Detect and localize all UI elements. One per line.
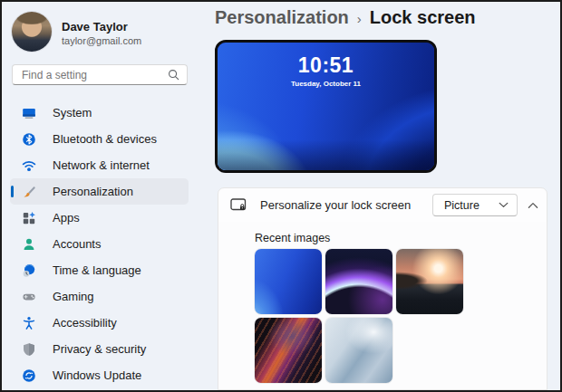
- personalize-lock-screen-card[interactable]: Personalize your lock screen Picture: [218, 187, 547, 223]
- collapse-expander-button[interactable]: [528, 202, 538, 209]
- personalization-icon: [22, 185, 36, 199]
- sidebar-item-label: Bluetooth & devices: [53, 132, 157, 146]
- recent-image-thumbnail[interactable]: [255, 318, 322, 383]
- network-icon: [22, 158, 36, 173]
- sidebar-item-label: Time & language: [53, 263, 141, 277]
- lock-screen-preview: 10:51 Tuesday, October 11: [215, 40, 437, 173]
- system-icon: [22, 106, 36, 120]
- sidebar-nav: System Bluetooth & devices Network & int…: [10, 100, 189, 388]
- search-input[interactable]: [22, 69, 168, 81]
- breadcrumb-parent[interactable]: Personalization: [215, 7, 349, 28]
- time-language-icon: [22, 263, 36, 278]
- settings-window: Dave Taylor taylor@gmail.com System Blue…: [0, 0, 562, 392]
- sidebar-item-personalization[interactable]: Personalization: [10, 178, 189, 205]
- sidebar-item-label: Network & internet: [53, 158, 150, 172]
- recent-image-thumbnail[interactable]: [396, 249, 463, 314]
- bluetooth-icon: [22, 132, 36, 147]
- sidebar-item-privacy-security[interactable]: Privacy & security: [10, 336, 189, 362]
- breadcrumb: Personalization › Lock screen: [215, 7, 476, 28]
- sidebar-item-label: Apps: [53, 211, 80, 225]
- lock-screen-icon: [230, 197, 247, 213]
- sidebar-item-label: Accounts: [53, 237, 101, 251]
- preview-clock-date: Tuesday, October 11: [218, 80, 434, 88]
- recent-images-title: Recent images: [255, 232, 330, 244]
- search-icon: [168, 69, 179, 81]
- sidebar-item-accounts[interactable]: Accounts: [10, 231, 189, 257]
- recent-images-grid: [255, 249, 465, 383]
- sidebar-item-bluetooth-devices[interactable]: Bluetooth & devices: [10, 126, 189, 152]
- sidebar-item-label: Privacy & security: [53, 342, 146, 356]
- sidebar-item-label: Personalization: [53, 185, 133, 198]
- sidebar-item-windows-update[interactable]: Windows Update: [10, 362, 189, 388]
- breadcrumb-separator-icon: ›: [357, 9, 362, 26]
- sidebar-item-apps[interactable]: Apps: [10, 205, 189, 231]
- sidebar-item-label: Accessibility: [53, 316, 117, 330]
- page-title: Lock screen: [370, 7, 476, 28]
- accounts-icon: [22, 237, 36, 252]
- user-email: taylor@gmail.com: [62, 35, 141, 46]
- user-avatar: [12, 12, 52, 52]
- sidebar-item-label: Windows Update: [53, 368, 141, 382]
- windows-update-icon: [22, 368, 36, 383]
- user-name: Dave Taylor: [62, 20, 128, 33]
- recent-image-thumbnail[interactable]: [325, 249, 392, 314]
- privacy-security-icon: [22, 342, 36, 357]
- chevron-up-icon: [528, 202, 538, 209]
- search-box[interactable]: [12, 64, 188, 85]
- personalize-card-expanded-content: Recent images: [218, 222, 547, 390]
- sidebar-item-system[interactable]: System: [10, 100, 189, 126]
- background-type-dropdown[interactable]: Picture: [432, 194, 518, 216]
- gaming-icon: [22, 290, 36, 304]
- dropdown-selected-value: Picture: [444, 199, 499, 212]
- sidebar-item-accessibility[interactable]: Accessibility: [10, 310, 189, 336]
- apps-icon: [22, 211, 36, 225]
- sidebar-item-network-internet[interactable]: Network & internet: [10, 152, 189, 178]
- sidebar-item-gaming[interactable]: Gaming: [10, 283, 189, 310]
- personalize-card-label: Personalize your lock screen: [260, 198, 411, 212]
- sidebar-item-label: Gaming: [53, 290, 94, 303]
- preview-clock-time: 10:51: [218, 53, 434, 78]
- accessibility-icon: [22, 316, 36, 330]
- recent-image-thumbnail[interactable]: [255, 249, 322, 314]
- recent-image-thumbnail[interactable]: [325, 318, 392, 383]
- sidebar-item-label: System: [53, 106, 92, 120]
- chevron-down-icon: [499, 202, 509, 208]
- sidebar-item-time-language[interactable]: Time & language: [10, 257, 189, 283]
